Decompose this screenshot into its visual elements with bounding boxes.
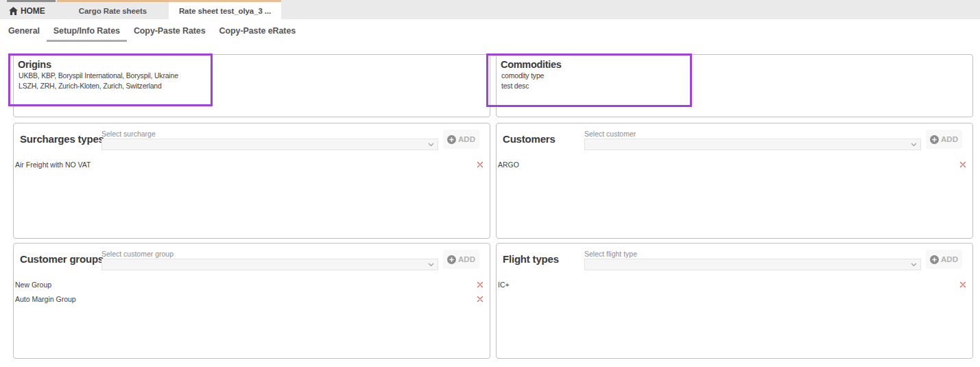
add-flight-type-button[interactable]: ADD — [926, 250, 962, 269]
select-customer-dropdown[interactable] — [584, 139, 921, 150]
remove-icon[interactable] — [477, 296, 483, 303]
flight-types-panel: Flight types Select flight type ADD IC+ — [496, 243, 973, 359]
chevron-down-icon — [911, 143, 917, 147]
tab-cargo-rate-sheets[interactable]: Cargo Rate sheets — [57, 0, 169, 19]
surcharge-item: Air Freight with NO VAT — [15, 157, 483, 171]
commodities-highlight-box — [486, 54, 692, 107]
chevron-down-icon — [428, 143, 434, 147]
tab-bar: HOME Cargo Rate sheets Rate sheet test_o… — [0, 0, 980, 19]
add-button-label: ADD — [458, 135, 475, 143]
select-surcharge-dropdown[interactable] — [101, 139, 438, 150]
surcharge-item-label: Air Freight with NO VAT — [15, 161, 91, 169]
surcharges-types-panel: Surcharges types Select surcharge ADD Ai… — [13, 123, 490, 239]
nav-copy-paste-erates[interactable]: Copy-Paste eRates — [213, 22, 303, 42]
select-flight-type-label: Select flight type — [584, 250, 637, 258]
plus-circle-icon — [930, 135, 939, 144]
tab-home[interactable]: HOME — [7, 0, 56, 19]
remove-icon[interactable] — [477, 161, 483, 168]
select-customer-group-dropdown[interactable] — [101, 259, 438, 270]
select-surcharge-label: Select surcharge — [101, 130, 156, 138]
nav-general[interactable]: General — [1, 22, 47, 42]
remove-icon[interactable] — [477, 281, 483, 288]
chevron-down-icon — [428, 263, 434, 267]
plus-circle-icon — [930, 255, 939, 264]
select-flight-type-dropdown[interactable] — [584, 259, 921, 270]
customer-group-item-label: Auto Margin Group — [15, 295, 76, 303]
nav-copy-paste-rates[interactable]: Copy-Paste Rates — [127, 22, 213, 42]
flight-types-title: Flight types — [503, 253, 559, 265]
plus-circle-icon — [447, 135, 456, 144]
customer-group-item-label: New Group — [15, 281, 51, 289]
chevron-down-icon — [911, 263, 917, 267]
customer-group-item: Auto Margin Group — [15, 292, 483, 306]
flight-type-item-label: IC+ — [498, 281, 510, 289]
select-customer-label: Select customer — [584, 130, 636, 138]
add-surcharge-button[interactable]: ADD — [443, 130, 479, 149]
customer-item-label: ARGO — [498, 161, 519, 169]
home-icon — [9, 7, 18, 15]
origins-highlight-box — [8, 54, 213, 106]
remove-icon[interactable] — [959, 281, 966, 288]
customer-groups-title: Customer groups — [20, 253, 104, 265]
tab-rate-sheet-label: Rate sheet test_olya_3 ... — [179, 7, 271, 15]
select-customer-group-label: Select customer group — [101, 250, 174, 258]
surcharges-types-title: Surcharges types — [20, 133, 104, 145]
customer-item: ARGO — [498, 157, 966, 171]
plus-circle-icon — [447, 255, 456, 264]
customers-panel: Customers Select customer ADD ARGO — [496, 123, 973, 239]
add-customer-group-button[interactable]: ADD — [443, 250, 479, 269]
tab-home-label: HOME — [21, 6, 45, 16]
tab-cargo-label: Cargo Rate sheets — [79, 7, 147, 15]
remove-icon[interactable] — [959, 161, 966, 168]
add-customer-button[interactable]: ADD — [926, 130, 962, 149]
add-button-label: ADD — [458, 255, 475, 263]
flight-type-item: IC+ — [498, 277, 966, 292]
customer-groups-panel: Customer groups Select customer group AD… — [13, 243, 490, 359]
sub-nav: General Setup/Info Rates Copy-Paste Rate… — [1, 22, 302, 42]
customers-title: Customers — [503, 133, 555, 145]
customer-group-item: New Group — [15, 277, 483, 292]
add-button-label: ADD — [941, 135, 958, 143]
add-button-label: ADD — [941, 255, 958, 263]
tab-rate-sheet[interactable]: Rate sheet test_olya_3 ... — [169, 0, 281, 19]
nav-setup-info-rates[interactable]: Setup/Info Rates — [47, 22, 127, 42]
